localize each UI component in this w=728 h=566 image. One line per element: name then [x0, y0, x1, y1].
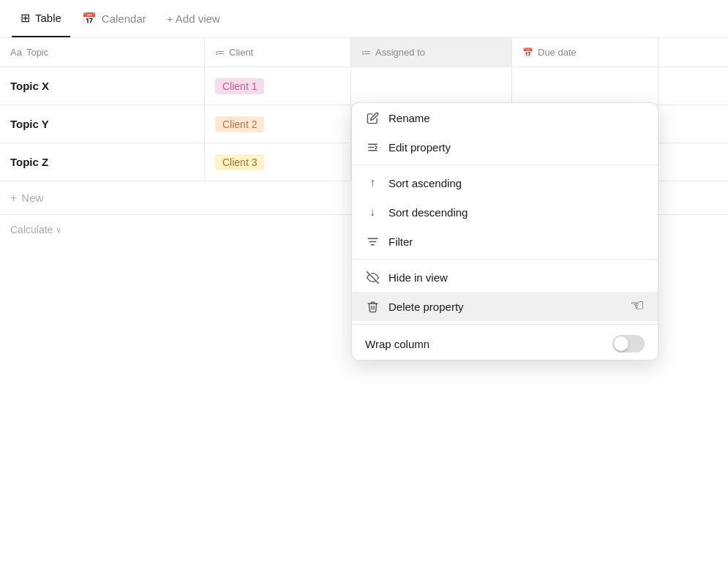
duedate-col-icon: 📅 — [522, 48, 533, 58]
topic-col-label: Topic — [26, 47, 48, 58]
delete-property-icon — [365, 299, 380, 314]
client-badge-1: Client 1 — [215, 78, 264, 94]
assigned-col-label: Assigned to — [375, 47, 425, 58]
tab-calendar-label: Calendar — [102, 12, 146, 25]
menu-filter-label: Filter — [389, 235, 645, 248]
cell-topic-1[interactable]: Topic X — [0, 67, 205, 105]
cell-topic-3[interactable]: Topic Z — [0, 143, 205, 181]
col-header-assigned[interactable]: ≔ Assigned to — [351, 38, 512, 67]
wrap-column-toggle[interactable] — [612, 335, 645, 352]
menu-divider-3 — [352, 324, 658, 325]
col-header-duedate[interactable]: 📅 Due date — [512, 38, 658, 67]
menu-item-sort-asc[interactable]: ↑ Sort ascending — [352, 168, 658, 197]
cell-duedate-1[interactable] — [512, 67, 658, 105]
menu-divider-1 — [352, 165, 658, 165]
cell-client-1[interactable]: Client 1 — [205, 67, 351, 105]
tab-table[interactable]: ⊞ Table — [12, 0, 70, 37]
col-header-topic[interactable]: Aa Topic — [0, 38, 205, 67]
filter-icon — [365, 234, 380, 249]
table-row: Topic X Client 1 — [0, 67, 728, 105]
rename-icon — [365, 110, 380, 125]
client-badge-3: Client 3 — [215, 154, 264, 170]
assigned-col-icon: ≔ — [361, 47, 371, 58]
menu-item-delete-property[interactable]: Delete property ☞ — [352, 292, 658, 321]
tab-bar: ⊞ Table 📅 Calendar + Add view — [0, 0, 728, 38]
tab-calendar[interactable]: 📅 Calendar — [73, 0, 155, 37]
wrap-toggle-switch[interactable] — [612, 335, 645, 352]
col-header-client[interactable]: ≔ Client — [205, 38, 351, 67]
edit-property-icon — [365, 140, 380, 154]
sort-asc-icon: ↑ — [365, 176, 380, 190]
menu-delete-label: Delete property — [389, 301, 645, 313]
menu-wrap-label: Wrap column — [365, 338, 604, 350]
table-container: Aa Topic ≔ Client ≔ Assigned to 📅 Due da… — [0, 38, 728, 244]
menu-sort-desc-label: Sort descending — [389, 206, 645, 219]
menu-item-edit-property[interactable]: Edit property — [352, 132, 658, 162]
cursor-pointer-icon: ☞ — [630, 296, 645, 315]
cell-client-3[interactable]: Client 3 — [205, 143, 351, 181]
menu-edit-property-label: Edit property — [389, 141, 645, 154]
hide-in-view-icon — [365, 270, 380, 284]
menu-hide-label: Hide in view — [389, 271, 645, 284]
duedate-col-label: Due date — [538, 47, 577, 58]
client-col-icon: ≔ — [215, 47, 225, 58]
topic-col-icon: Aa — [10, 47, 22, 58]
add-view-button[interactable]: + Add view — [158, 12, 229, 25]
calculate-label: Calculate — [10, 224, 53, 235]
menu-item-wrap-column[interactable]: Wrap column — [352, 328, 658, 360]
sort-desc-icon: ↓ — [365, 205, 380, 219]
client-badge-2: Client 2 — [215, 116, 264, 132]
menu-item-filter[interactable]: Filter — [352, 227, 658, 256]
menu-sort-asc-label: Sort ascending — [389, 177, 645, 189]
table-header: Aa Topic ≔ Client ≔ Assigned to 📅 Due da… — [0, 38, 728, 67]
cell-topic-2[interactable]: Topic Y — [0, 105, 205, 143]
menu-divider-2 — [352, 259, 658, 260]
client-col-label: Client — [229, 47, 253, 58]
cell-client-2[interactable]: Client 2 — [205, 105, 351, 143]
context-menu: Rename Edit property ↑ Sort ascending ↓ … — [351, 102, 658, 361]
table-icon: ⊞ — [20, 11, 30, 25]
tab-table-label: Table — [35, 12, 61, 24]
menu-item-hide-in-view[interactable]: Hide in view — [352, 263, 658, 292]
new-row-label: New — [21, 192, 43, 204]
menu-item-sort-desc[interactable]: ↓ Sort descending — [352, 197, 658, 227]
add-view-label: + Add view — [167, 12, 220, 25]
calendar-icon: 📅 — [82, 12, 97, 26]
chevron-down-icon: ∨ — [56, 225, 61, 235]
menu-rename-label: Rename — [389, 112, 645, 124]
menu-item-rename[interactable]: Rename — [352, 103, 658, 132]
cell-assigned-1[interactable] — [351, 67, 512, 105]
plus-icon: + — [10, 192, 17, 205]
